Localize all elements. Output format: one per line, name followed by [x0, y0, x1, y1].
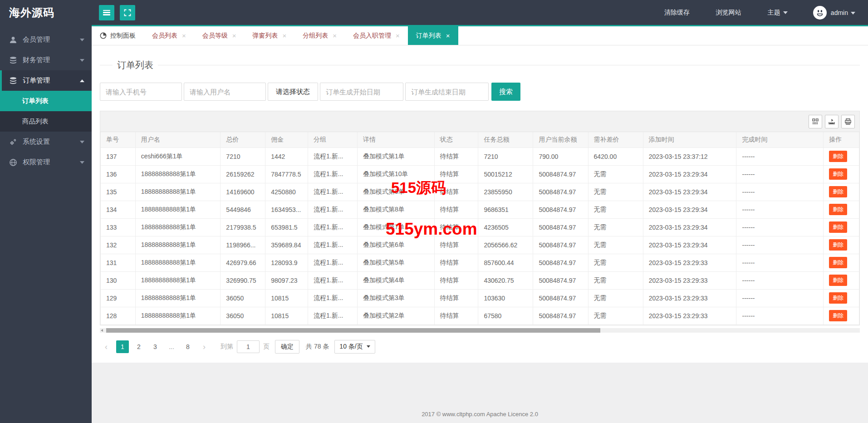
column-header: 状态 [434, 132, 478, 148]
page-button-3[interactable]: 3 [149, 340, 162, 353]
user-menu[interactable]: admin [831, 9, 855, 16]
table-cell: 叠加模式第5单 [358, 254, 435, 271]
delete-button[interactable]: 删除 [829, 275, 847, 286]
search-button[interactable]: 搜索 [491, 83, 520, 101]
orders-table: 单号用户名总价佣金分组详情状态任务总额用户当前余额需补差价添加时间完成时间操作 … [100, 132, 859, 325]
page-button-1[interactable]: 1 [116, 340, 129, 353]
browse-site-link[interactable]: 浏览网站 [716, 9, 741, 17]
column-header: 用户当前余额 [533, 132, 588, 148]
table-cell: 待结算 [434, 201, 478, 218]
delete-button[interactable]: 删除 [829, 310, 847, 321]
database-icon [9, 56, 17, 64]
table-cell: 待结算 [434, 218, 478, 236]
table-cell: 叠加模式第2单 [358, 307, 435, 325]
delete-button[interactable]: 删除 [829, 239, 847, 251]
goto-page-input[interactable] [237, 340, 260, 353]
printer-icon [844, 118, 852, 125]
table-cell: 流程1.新... [308, 148, 358, 165]
table-cell: 2023-03-15 23:29:33 [643, 271, 736, 289]
sidebar-toggle-button[interactable] [99, 5, 114, 20]
table-cell: 无需 [588, 183, 643, 201]
tab-member-list[interactable]: 会员列表× [144, 26, 194, 45]
username-input[interactable] [184, 83, 266, 101]
avatar[interactable] [813, 6, 827, 20]
table-cell: 6420.00 [588, 148, 643, 165]
close-icon[interactable]: × [232, 32, 236, 39]
next-page-button[interactable]: › [198, 340, 211, 353]
sidebar-subitem-order-list[interactable]: 订单列表 [0, 91, 92, 111]
scroll-left-arrow-icon[interactable] [101, 329, 103, 332]
sidebar: 会员管理 财务管理 订单管理 订单列表 商品列表 [0, 25, 92, 423]
table-cell: 18888888888第1单 [135, 183, 221, 201]
total-count-label: 共 78 条 [306, 343, 329, 351]
tab-popup-list[interactable]: 弹窗列表× [245, 26, 295, 45]
table-cell: 128 [101, 307, 136, 325]
table-cell: 50084874.97 [533, 271, 588, 289]
table-cell: 18888888888第1单 [135, 254, 221, 271]
delete-button[interactable]: 删除 [829, 186, 847, 197]
scrollbar-thumb[interactable] [106, 328, 600, 333]
export-button[interactable] [825, 115, 839, 128]
close-icon[interactable]: × [446, 32, 450, 39]
sidebar-item-system-settings[interactable]: 系统设置 [0, 132, 92, 152]
close-icon[interactable]: × [396, 32, 400, 39]
horizontal-scrollbar[interactable] [100, 328, 860, 333]
table-cell: 50084874.97 [533, 183, 588, 201]
column-header: 分组 [308, 132, 358, 148]
sidebar-item-finance-management[interactable]: 财务管理 [0, 50, 92, 70]
gear-icon [9, 138, 17, 146]
table-row: 13218888888888第1单1198966...359689.84流程1.… [101, 236, 859, 254]
tab-member-level[interactable]: 会员等级× [194, 26, 245, 45]
table-cell: 18888888888第1单 [135, 236, 221, 254]
phone-input[interactable] [100, 83, 182, 101]
tab-member-entry[interactable]: 会员入职管理× [345, 26, 408, 45]
start-date-input[interactable] [320, 83, 403, 101]
close-icon[interactable]: × [283, 32, 287, 39]
table-cell: ------ [736, 289, 824, 307]
table-cell: 857600.44 [478, 254, 533, 271]
page-button-2[interactable]: 2 [132, 340, 145, 353]
page-button-8[interactable]: 8 [181, 340, 194, 353]
table-cell: 2023-03-15 23:37:12 [643, 148, 736, 165]
delete-button[interactable]: 删除 [829, 221, 847, 233]
prev-page-button[interactable]: ‹ [100, 340, 113, 353]
sidebar-item-member-management[interactable]: 会员管理 [0, 30, 92, 50]
status-select[interactable]: 请选择状态 [268, 83, 318, 101]
columns-toggle-button[interactable] [809, 115, 822, 128]
delete-button[interactable]: 删除 [829, 257, 847, 268]
confirm-page-button[interactable]: 确定 [275, 340, 299, 354]
table-row: 12918888888888第1单3605010815流程1.新...叠加模式第… [101, 289, 859, 307]
theme-dropdown[interactable]: 主题 [768, 9, 788, 17]
table-cell: 叠加模式第6单 [358, 236, 435, 254]
fullscreen-button[interactable] [120, 5, 135, 20]
tab-group-list[interactable]: 分组列表× [294, 26, 345, 45]
print-button[interactable] [841, 115, 855, 128]
tab-dashboard[interactable]: 控制面板 [92, 26, 144, 45]
delete-button[interactable]: 删除 [829, 292, 847, 304]
table-cell: 128093.9 [265, 254, 308, 271]
delete-button[interactable]: 删除 [829, 204, 847, 215]
tab-order-list[interactable]: 订单列表× [408, 26, 458, 45]
end-date-input[interactable] [405, 83, 489, 101]
table-cell: 2023-03-15 23:29:34 [643, 183, 736, 201]
per-page-select[interactable]: 10 条/页 [334, 340, 375, 354]
table-cell: 23855950 [478, 183, 533, 201]
table-cell: 叠加模式第10单 [358, 165, 435, 183]
table-cell: 2023-03-15 23:29:33 [643, 289, 736, 307]
table-cell: ------ [736, 254, 824, 271]
table-cell: 叠加模式第9单 [358, 183, 435, 201]
sidebar-item-permission-management[interactable]: 权限管理 [0, 152, 92, 172]
sidebar-item-order-management[interactable]: 订单管理 [0, 70, 92, 91]
clear-cache-link[interactable]: 清除缓存 [664, 9, 690, 17]
table-row: 13018888888888第1单326990.7598097.23流程1.新.… [101, 271, 859, 289]
delete-button[interactable]: 删除 [829, 168, 847, 180]
export-icon [828, 118, 835, 125]
table-cell: 1198966... [221, 236, 265, 254]
close-icon[interactable]: × [333, 32, 337, 39]
sidebar-subitem-product-list[interactable]: 商品列表 [0, 111, 92, 132]
delete-button[interactable]: 删除 [829, 151, 847, 162]
chevron-down-icon [783, 11, 788, 14]
close-icon[interactable]: × [182, 32, 186, 39]
table-cell: 137 [101, 148, 136, 165]
database-icon [9, 77, 17, 85]
